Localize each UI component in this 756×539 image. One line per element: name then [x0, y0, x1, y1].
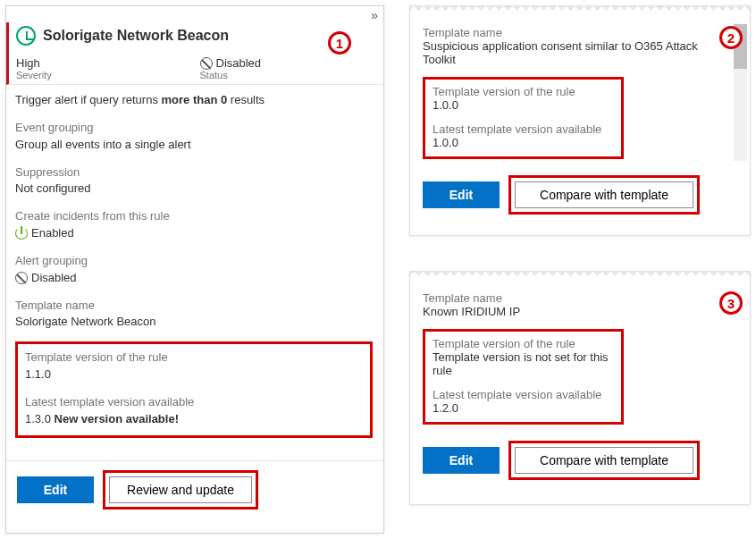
severity-label: Severity [16, 70, 200, 80]
severity-value: High [16, 56, 200, 70]
version-highlight-box: Template version of the rule Template ve… [423, 329, 624, 425]
compare-button-highlight: Compare with template [508, 175, 700, 215]
compare-with-template-button[interactable]: Compare with template [515, 447, 693, 474]
card-footer: Edit Compare with template [410, 435, 750, 491]
latest-version-label: Latest template version available [433, 122, 614, 136]
disabled-icon [200, 57, 213, 70]
latest-version-label: Latest template version available [25, 394, 363, 411]
compare-with-template-button[interactable]: Compare with template [515, 181, 693, 208]
version-highlight-box: Template version of the rule 1.1.0 Lates… [15, 341, 373, 437]
status-value: Disabled [200, 56, 384, 70]
panel-header: Solorigate Network Beacon [6, 22, 383, 53]
trigger-text: Trigger alert if query returns more than… [15, 90, 373, 109]
callout-3: 3 [719, 291, 743, 315]
rule-title: Solorigate Network Beacon [43, 28, 229, 44]
callout-2: 2 [719, 26, 743, 49]
event-grouping-label: Event grouping [15, 120, 373, 137]
latest-version-label: Latest template version available [433, 388, 614, 401]
template-name-value: Known IRIDIUM IP [423, 305, 730, 318]
disabled-icon [15, 272, 28, 284]
latest-version-value: 1.2.0 [433, 401, 614, 415]
template-name-value: Suspicious application consent similar t… [423, 39, 730, 66]
scheduled-rule-icon [16, 26, 36, 46]
collapse-icon[interactable]: » [6, 6, 383, 22]
event-grouping-value: Group all events into a single alert [15, 137, 373, 154]
rule-version-label: Template version of the rule [433, 85, 614, 98]
panel-meta: High Severity Disabled Status [6, 53, 383, 85]
template-name-label: Template name [15, 298, 373, 315]
stage: » Solorigate Network Beacon High Severit… [3, 3, 753, 536]
rule-card-3: Template name Known IRIDIUM IP Template … [409, 271, 751, 505]
panel-footer: Edit Review and update [6, 460, 383, 518]
template-name-label: Template name [423, 26, 730, 39]
version-highlight-box: Template version of the rule 1.0.0 Lates… [423, 77, 624, 159]
latest-version-value: 1.0.0 [433, 136, 614, 149]
template-name-label: Template name [423, 291, 730, 305]
template-name-value: Solorigate Network Beacon [15, 314, 373, 331]
rule-details-panel: » Solorigate Network Beacon High Severit… [5, 5, 384, 534]
rule-version-label: Template version of the rule [433, 337, 614, 350]
alert-grouping-label: Alert grouping [15, 253, 373, 270]
rule-version-value: 1.1.0 [25, 366, 363, 383]
suppression-value: Not configured [15, 181, 373, 198]
receipt-edge [410, 272, 750, 281]
enabled-icon [15, 227, 28, 240]
rule-card-2: Template name Suspicious application con… [409, 5, 751, 236]
rule-version-label: Template version of the rule [25, 350, 363, 366]
latest-version-value: 1.3.0 New version available! [25, 411, 363, 428]
edit-button[interactable]: Edit [17, 476, 94, 503]
suppression-label: Suppression [15, 164, 373, 181]
status-label: Status [200, 70, 384, 80]
create-incidents-label: Create incidents from this rule [15, 208, 373, 225]
rule-version-value: 1.0.0 [433, 98, 614, 112]
edit-button[interactable]: Edit [423, 181, 500, 208]
create-incidents-value: Enabled [15, 225, 373, 242]
callout-1: 1 [328, 31, 351, 55]
alert-grouping-value: Disabled [15, 270, 373, 287]
compare-button-highlight: Compare with template [508, 441, 700, 480]
edit-button[interactable]: Edit [423, 447, 500, 474]
card-footer: Edit Compare with template [410, 170, 750, 225]
rule-version-value: Template version is not set for this rul… [433, 350, 614, 377]
receipt-edge [410, 6, 750, 15]
panel-scroll-area[interactable]: Trigger alert if query returns more than… [6, 85, 383, 460]
review-and-update-button[interactable]: Review and update [109, 476, 252, 503]
review-button-highlight: Review and update [103, 470, 258, 510]
